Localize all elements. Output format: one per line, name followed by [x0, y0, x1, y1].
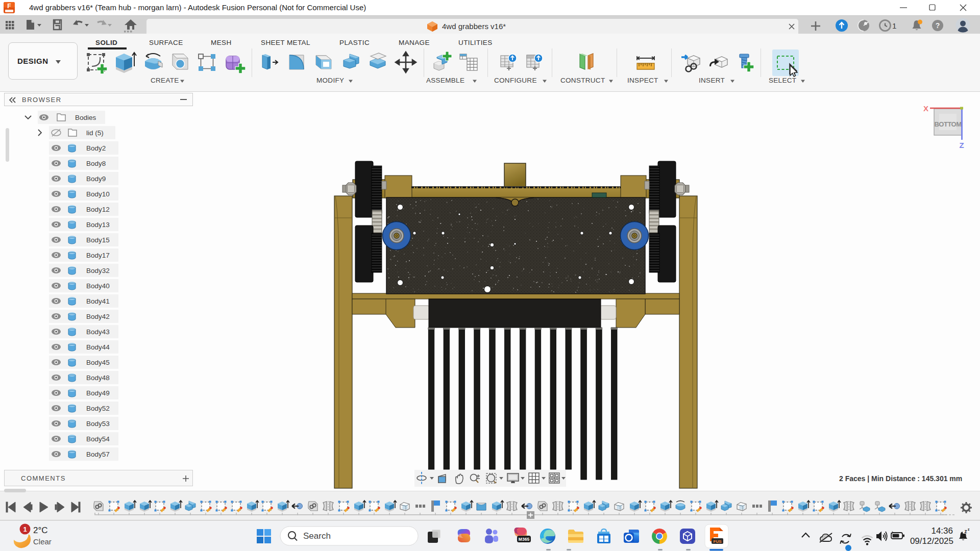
svg-text:Body13: Body13 — [86, 221, 110, 229]
svg-text:09/12/2025: 09/12/2025 — [910, 536, 953, 546]
svg-text:lid (5): lid (5) — [86, 129, 104, 137]
svg-text:Body17: Body17 — [86, 252, 110, 259]
svg-text:2°C: 2°C — [33, 525, 48, 535]
svg-text:F: F — [7, 3, 11, 10]
svg-text:Body43: Body43 — [86, 328, 110, 336]
svg-text:Body9: Body9 — [86, 175, 106, 183]
svg-text:Bodies: Bodies — [75, 114, 96, 121]
svg-text:Body54: Body54 — [86, 435, 110, 443]
svg-text:Body41: Body41 — [86, 297, 110, 305]
svg-text:Body40: Body40 — [86, 282, 110, 290]
svg-text:X: X — [923, 104, 928, 113]
svg-text:Z: Z — [959, 141, 964, 149]
svg-text:Clear: Clear — [33, 537, 52, 546]
svg-text:z: z — [968, 527, 970, 532]
svg-text:Body15: Body15 — [86, 236, 110, 244]
svg-text:z: z — [965, 529, 967, 534]
svg-text:Body53: Body53 — [86, 420, 110, 428]
svg-text:Body10: Body10 — [86, 190, 110, 198]
svg-text:Body49: Body49 — [86, 389, 110, 397]
svg-text:Body52: Body52 — [86, 405, 110, 412]
svg-text:FUS: FUS — [714, 539, 722, 544]
svg-text:M365: M365 — [519, 537, 530, 542]
svg-text:Body12: Body12 — [86, 206, 110, 213]
svg-text:Body32: Body32 — [86, 267, 110, 274]
svg-text:Search: Search — [303, 531, 331, 541]
svg-text:1: 1 — [23, 525, 27, 533]
svg-text:Body42: Body42 — [86, 313, 110, 320]
svg-text:Body48: Body48 — [86, 374, 110, 382]
svg-text:Body45: Body45 — [86, 359, 110, 366]
svg-text:Body2: Body2 — [86, 144, 106, 152]
svg-text:Body44: Body44 — [86, 343, 110, 351]
svg-text:BOTTOM: BOTTOM — [934, 120, 961, 128]
svg-text:?: ? — [936, 21, 940, 30]
svg-text:Body57: Body57 — [86, 450, 110, 458]
svg-text:Body8: Body8 — [86, 160, 106, 167]
svg-text:14:36: 14:36 — [931, 526, 953, 536]
